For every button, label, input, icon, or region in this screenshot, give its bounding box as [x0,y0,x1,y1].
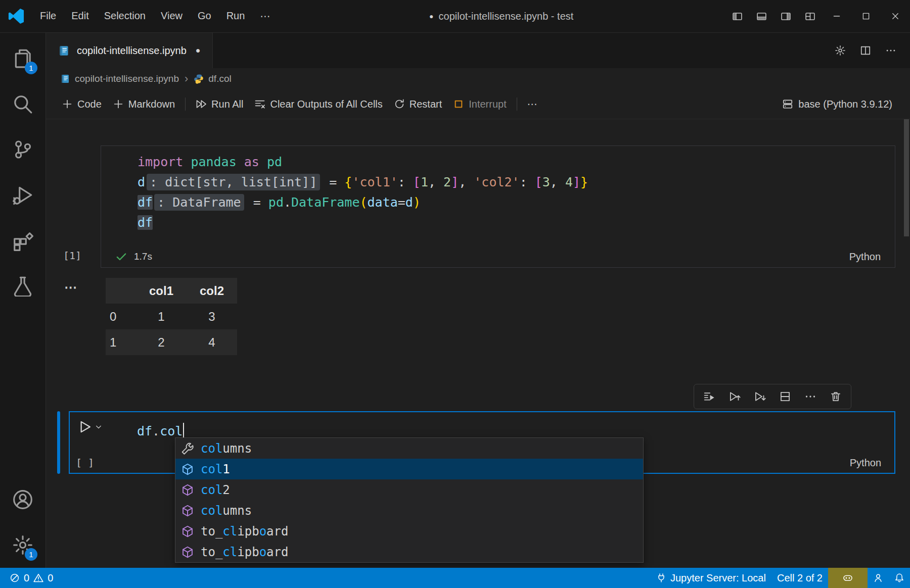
close-button[interactable] [881,1,910,32]
activity-source-control[interactable] [0,127,46,172]
table-cell: 4 [187,329,237,355]
toggle-panel-button[interactable] [749,5,774,27]
activity-accounts[interactable] [0,477,46,522]
tab-dirty-dot: ● [196,46,201,55]
activity-explorer[interactable]: 1 [0,36,46,81]
explorer-badge: 1 [25,62,37,74]
titlebar-right [725,1,910,32]
suggest-item-columns[interactable]: columns [175,500,643,521]
menu-more[interactable]: ⋯ [252,7,278,26]
maximize-button[interactable] [851,1,881,32]
run-all-icon [196,99,207,110]
add-markdown-cell-button[interactable]: Markdown [107,95,180,114]
menu-selection[interactable]: Selection [97,7,153,26]
notifications-status[interactable] [889,568,910,588]
activity-search[interactable] [0,81,46,127]
run-cell-button[interactable] [77,419,103,434]
add-code-cell-button[interactable]: Code [56,95,107,114]
activity-testing[interactable] [0,263,46,309]
split-cell-button[interactable] [773,386,797,407]
activity-run-debug[interactable] [0,172,46,218]
notebook-settings-button[interactable] [830,40,850,61]
interrupt-button[interactable]: Interrupt [447,95,512,114]
run-by-line-icon [703,390,715,403]
cell1-code-editor[interactable]: import pandas as pdd: dict[str, list[int… [101,146,895,233]
suggest-label: to_clipboard [201,524,288,538]
output-more-button[interactable]: ⋯ [64,280,78,295]
editor-scrollbar[interactable] [904,119,909,236]
suggest-label: to_clipboard [201,545,288,559]
breadcrumb: copilot-intellisense.ipynb › df.col [46,68,910,89]
add-code-label: Code [77,99,102,110]
problems-status[interactable]: 0 0 [4,568,59,588]
cell1-execution-count: [1] [63,250,81,262]
suggest-item-col2[interactable]: col2 [175,479,643,500]
extensions-icon [12,230,33,251]
plus-icon [62,99,73,110]
menu-go[interactable]: Go [190,7,219,26]
intellisense-suggest-widget: columnscol1col2columnsto_clipboardto_cli… [175,437,644,563]
clear-outputs-icon [254,99,265,110]
breadcrumb-file[interactable]: copilot-intellisense.ipynb [75,73,179,84]
restart-button[interactable]: Restart [388,95,447,114]
editor-group: copilot-intellisense.ipynb ● copilot-int… [46,33,910,568]
warning-icon [33,573,43,583]
minimize-button[interactable] [822,1,851,32]
toolbar-separator [185,97,186,111]
toggle-secondary-sidebar-button[interactable] [774,5,798,27]
copilot-status[interactable] [828,568,868,588]
breadcrumb-symbol[interactable]: df.col [208,73,231,84]
table-cell: 1 [136,304,187,329]
interrupt-label: Interrupt [469,99,506,110]
kernel-icon [782,99,793,110]
code-line: df: DataFrame = pd.DataFrame(data=d) [138,192,895,213]
split-editor-icon [860,45,871,56]
suggest-item-to_clipboard[interactable]: to_clipboard [175,521,643,542]
tab-copilot-intellisense[interactable]: copilot-intellisense.ipynb ● [46,33,213,68]
menu-run[interactable]: Run [219,7,253,26]
table-index-cell: 0 [106,304,136,329]
delete-cell-button[interactable] [824,386,848,407]
cell2-language-picker[interactable]: Python [850,457,881,469]
jupyter-server-status[interactable]: Jupyter Server: Local [651,568,771,588]
split-editor-button[interactable] [855,40,876,61]
suggest-item-columns[interactable]: columns [175,438,643,459]
trash-icon [830,390,842,403]
table-header-cell: col1 [136,278,187,304]
activity-extensions[interactable] [0,218,46,263]
menu-edit[interactable]: Edit [64,7,96,26]
code-line: df [138,213,895,233]
feedback-status[interactable] [868,568,889,588]
code-cell-1[interactable]: import pandas as pdd: dict[str, list[int… [101,145,895,268]
more-actions-button[interactable] [881,40,901,61]
restart-icon [394,99,405,110]
kernel-picker[interactable]: base (Python 3.9.12) [777,95,898,114]
customize-layout-button[interactable] [798,5,822,27]
suggest-item-col1[interactable]: col1 [175,459,643,479]
layout-panel-icon [756,11,767,22]
suggest-item-to_clipboard[interactable]: to_clipboard [175,542,643,562]
cell-indicator-status[interactable]: Cell 2 of 2 [771,568,828,588]
run-all-button[interactable]: Run All [190,95,249,114]
layout-custom-icon [805,11,815,22]
ellipsis-icon [804,390,816,403]
cell-more-actions-button[interactable] [798,386,823,407]
clear-outputs-button[interactable]: Clear Outputs of All Cells [249,95,388,114]
run-by-line-button[interactable] [697,386,721,407]
notebook-toolbar: Code Markdown Run All Clear Outputs of A… [46,89,910,119]
execute-below-button[interactable] [748,386,772,407]
toolbar-more-button[interactable]: ⋯ [522,94,543,114]
menu-file[interactable]: File [32,7,64,26]
toggle-sidebar-button[interactable] [725,5,749,27]
suggest-label: columns [201,442,252,456]
execute-above-button[interactable] [722,386,747,407]
table-cell: 3 [187,304,237,329]
menu-view[interactable]: View [153,7,190,26]
bell-icon [894,573,904,583]
activity-settings[interactable]: 1 [0,522,46,568]
execute-below-icon [754,390,766,403]
table-cell: 2 [136,329,187,355]
cell1-language-picker[interactable]: Python [849,251,881,263]
gear-icon [835,45,846,56]
text-cursor [183,423,184,438]
